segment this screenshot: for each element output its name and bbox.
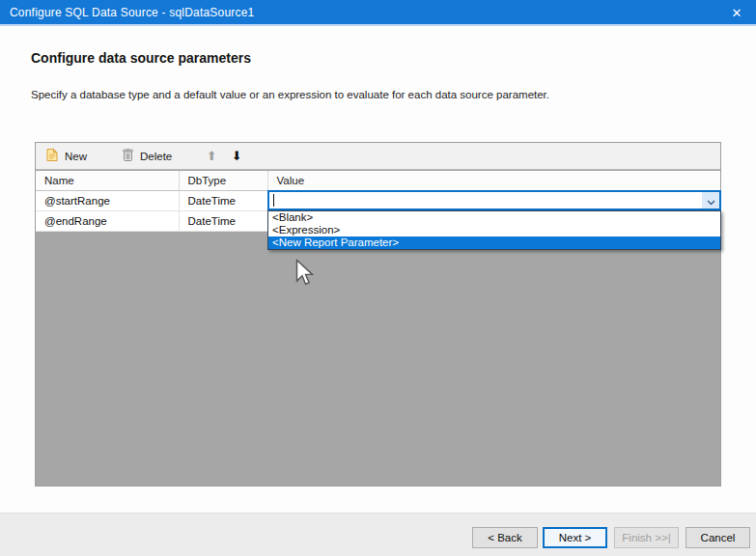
cell-name[interactable]: @endRange (36, 210, 179, 231)
new-button[interactable]: New (40, 146, 93, 167)
column-header-name[interactable]: Name (36, 171, 179, 190)
new-document-icon (45, 148, 59, 164)
column-header-dbtype[interactable]: DbType (179, 171, 267, 190)
delete-button-label: Delete (140, 151, 172, 162)
dropdown-option-expression[interactable]: <Expression> (268, 224, 720, 236)
close-icon[interactable]: ✕ (717, 0, 756, 26)
cell-dbtype[interactable]: DateTime (179, 190, 267, 210)
arrow-up-icon: ⬆ (207, 150, 217, 162)
text-caret (273, 194, 274, 207)
arrow-down-icon: ⬇ (232, 150, 242, 162)
page-description: Specify a database type and a default va… (31, 89, 549, 100)
title-bar: Configure SQL Data Source - sqlDataSourc… (0, 0, 756, 26)
page-title: Configure data source parameters (31, 50, 251, 66)
grid-toolbar: New Delete ⬆ ⬇ (36, 143, 720, 170)
chevron-down-icon (707, 192, 715, 209)
new-button-label: New (65, 151, 87, 162)
combobox-dropdown-button[interactable] (702, 192, 719, 208)
dropdown-option-blank[interactable]: <Blank> (268, 211, 720, 224)
finish-button: Finish >>| (614, 527, 679, 548)
move-down-button[interactable]: ⬇ (226, 146, 247, 167)
parameters-grid-panel: New Delete ⬆ ⬇ (35, 142, 721, 486)
dropdown-option-new-report-parameter[interactable]: <New Report Parameter> (268, 236, 720, 249)
value-combobox-input[interactable] (267, 190, 721, 210)
footer-bar: < Back Next > Finish >>| Cancel (0, 513, 756, 556)
back-button[interactable]: < Back (472, 527, 538, 548)
cancel-button[interactable]: Cancel (686, 527, 750, 548)
configure-sql-data-source-dialog: Configure SQL Data Source - sqlDataSourc… (0, 0, 756, 556)
column-header-value[interactable]: Value (267, 171, 720, 190)
table-header-row: Name DbType Value (36, 171, 720, 190)
delete-button[interactable]: Delete (116, 146, 178, 167)
window-title: Configure SQL Data Source - sqlDataSourc… (0, 6, 254, 19)
cell-dbtype[interactable]: DateTime (179, 210, 267, 231)
next-button[interactable]: Next > (543, 527, 607, 548)
cell-name[interactable]: @startRange (36, 190, 179, 210)
trash-icon (122, 148, 134, 164)
combobox-dropdown-list: <Blank> <Expression> <New Report Paramet… (267, 210, 721, 250)
move-up-button[interactable]: ⬆ (201, 146, 222, 167)
mouse-cursor (295, 259, 314, 291)
